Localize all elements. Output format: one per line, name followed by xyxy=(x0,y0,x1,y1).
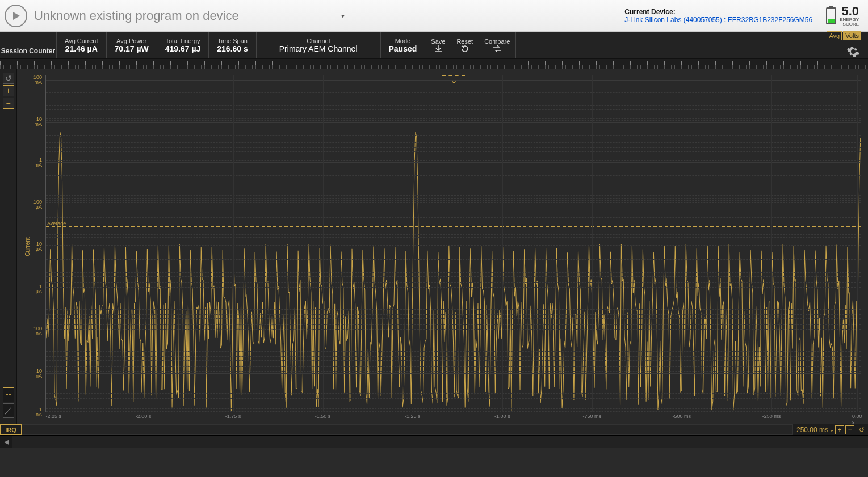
chart-left-tools: ↺ + − 〰 ／ xyxy=(0,69,17,424)
top-toolbar: Unknown existing program on device ▾ Cur… xyxy=(0,0,868,32)
stat-label: Avg Power xyxy=(116,37,146,44)
stat-value: 216.60 s xyxy=(217,44,248,53)
compare-button[interactable]: Compare xyxy=(479,32,515,58)
energy-score-value: 5.0 xyxy=(840,5,859,18)
stat-mode: Mode Paused xyxy=(381,32,426,58)
save-button[interactable]: Save xyxy=(425,32,451,58)
stats-bar: Session Counter Avg Current 21.46 µA Avg… xyxy=(0,32,868,59)
horizontal-scrollbar[interactable]: ◂ xyxy=(0,435,868,448)
avg-toggle[interactable]: Avg xyxy=(827,31,842,40)
stat-value: Paused xyxy=(389,44,417,53)
average-label: Average xyxy=(47,221,66,226)
zoom-in-x-button[interactable]: + xyxy=(835,425,844,434)
stat-label: Avg Current xyxy=(65,37,98,44)
zoom-in-y-button[interactable]: + xyxy=(3,85,14,96)
waveform-plot xyxy=(46,75,861,412)
action-buttons: Save Reset Compare xyxy=(425,32,516,58)
download-icon xyxy=(433,45,443,53)
stat-value: 21.46 µA xyxy=(65,44,98,53)
stat-value: 70.17 µW xyxy=(115,44,149,53)
save-label: Save xyxy=(431,38,445,45)
y-axis-ticks: 100mA10mA1mA100µA10µA1µA100nA10nA1nA xyxy=(17,69,45,424)
gear-icon xyxy=(846,45,860,58)
stat-value: Primary AEM Channel xyxy=(279,44,358,53)
irq-label[interactable]: IRQ xyxy=(0,424,22,435)
compare-label: Compare xyxy=(484,38,510,45)
irq-track[interactable] xyxy=(22,424,793,435)
stat-label: Mode xyxy=(395,37,411,44)
reset-zoom-button[interactable]: ↺ xyxy=(859,426,865,434)
reset-button[interactable]: Reset xyxy=(451,32,479,58)
stat-avg-current: Avg Current 21.46 µA xyxy=(57,32,107,58)
stat-label: Channel xyxy=(307,37,330,44)
time-window-controls: 250.00 ms ⌄ + − ↺ xyxy=(793,425,868,434)
play-button[interactable] xyxy=(5,5,27,27)
zoom-out-x-button[interactable]: − xyxy=(845,425,854,434)
compare-icon xyxy=(492,45,503,53)
current-device-label: Current Device: xyxy=(624,8,812,16)
stat-channel[interactable]: Channel Primary AEM Channel xyxy=(257,32,381,58)
reset-icon xyxy=(460,45,470,53)
time-window-dropdown[interactable]: ⌄ xyxy=(829,427,834,433)
x-axis-ticks: -2.25 s-2.00 s-1.75 s-1.50 s-1.25 s-1.00… xyxy=(45,413,861,423)
line-mode-button[interactable]: ／ xyxy=(3,403,14,418)
dropdown-caret-icon: ▾ xyxy=(341,12,345,20)
session-counter-label: Session Counter xyxy=(0,32,57,58)
volts-toggle[interactable]: Volts xyxy=(843,31,861,40)
chart-area: ↺ + − 〰 ／ Current 100mA10mA1mA100µA10µA1… xyxy=(0,69,868,424)
curve-mode-button[interactable]: 〰 xyxy=(3,387,14,402)
timeline-ruler[interactable] xyxy=(0,59,868,69)
average-line xyxy=(46,226,861,227)
irq-bar: IRQ 250.00 ms ⌄ + − ↺ xyxy=(0,424,868,435)
program-selector[interactable]: Unknown existing program on device ▾ xyxy=(34,9,345,23)
scroll-left-button[interactable]: ◂ xyxy=(0,436,12,448)
current-device-link[interactable]: J-Link Silicon Labs (440057055) : EFR32B… xyxy=(624,16,812,24)
settings-button[interactable] xyxy=(845,44,861,60)
stat-time-span: Time Span 216.60 s xyxy=(209,32,257,58)
stat-label: Total Energy xyxy=(165,37,200,44)
program-title: Unknown existing program on device xyxy=(34,9,239,23)
battery-icon xyxy=(826,7,836,24)
undo-zoom-button[interactable]: ↺ xyxy=(3,73,14,84)
reset-label: Reset xyxy=(456,38,473,45)
stat-total-energy: Total Energy 419.67 µJ xyxy=(157,32,209,58)
energy-score-block: 5.0 ENERGY SCORE xyxy=(826,5,859,27)
stat-label: Time Span xyxy=(217,37,248,44)
current-device-block: Current Device: J-Link Silicon Labs (440… xyxy=(624,8,812,24)
time-window-value: 250.00 ms xyxy=(796,426,828,434)
chart-canvas[interactable]: 100mA10mA1mA100µA10µA1µA100nA10nA1nA Ave… xyxy=(17,69,868,424)
plot-area[interactable]: Average xyxy=(45,75,861,412)
stat-value: 419.67 µJ xyxy=(165,44,201,53)
energy-score-label2: SCORE xyxy=(840,22,859,27)
scroll-track[interactable] xyxy=(12,436,868,448)
stat-avg-power: Avg Power 70.17 µW xyxy=(107,32,157,58)
zoom-out-y-button[interactable]: − xyxy=(3,98,14,109)
